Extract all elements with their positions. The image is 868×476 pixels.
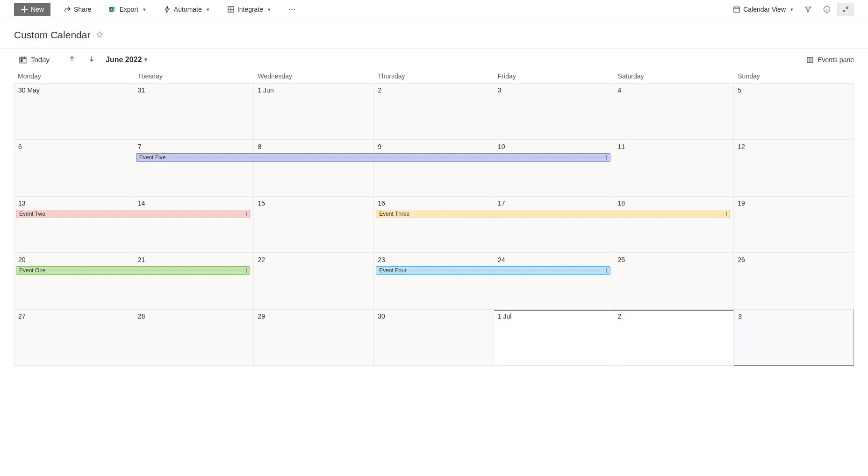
calendar-cell[interactable]: 22 — [254, 253, 374, 309]
event-bar[interactable]: Event Five — [136, 153, 610, 162]
star-icon — [96, 31, 103, 38]
calendar-cell[interactable]: 1 Jun — [254, 84, 374, 140]
events-pane-label: Events pane — [818, 56, 854, 64]
calendar-cell[interactable]: 10 — [494, 140, 614, 196]
calendar-cell[interactable]: 26 — [734, 253, 854, 309]
calendar-cell[interactable]: 2 — [374, 84, 494, 140]
calendar-row: 20212223242526Event OneEvent Four — [14, 253, 854, 309]
info-button[interactable] — [818, 3, 835, 16]
svg-rect-8 — [734, 7, 739, 12]
calendar-cell[interactable]: 4 — [614, 84, 734, 140]
next-month-button[interactable] — [83, 53, 100, 66]
calendar-cell[interactable]: 11 — [614, 140, 734, 196]
event-bar[interactable]: Event Four — [376, 266, 610, 275]
export-button[interactable]: Export ▾ — [104, 3, 150, 16]
calendar-cell[interactable]: 17 — [494, 197, 614, 253]
event-bar[interactable]: Event One — [16, 266, 250, 275]
date-number: 8 — [258, 143, 370, 150]
date-number: 19 — [738, 199, 850, 207]
event-tail — [50, 270, 244, 271]
chevron-down-icon: ▾ — [207, 7, 209, 13]
prev-month-button[interactable] — [64, 53, 80, 66]
calendar-cell[interactable]: 23 — [374, 253, 494, 309]
date-number: 2 — [618, 313, 730, 320]
calendar-cell[interactable]: 2 — [614, 310, 734, 366]
calendar-cell[interactable]: 6 — [14, 140, 134, 196]
date-number: 23 — [378, 256, 490, 263]
date-number: 1 Jul — [498, 313, 610, 320]
calendar-cell[interactable]: 8 — [254, 140, 374, 196]
events-pane-button[interactable]: Events pane — [806, 56, 854, 64]
month-picker[interactable]: June 2022 ▾ — [106, 56, 147, 64]
event-bar[interactable]: Event Two — [16, 210, 250, 218]
date-number: 3 — [498, 86, 610, 94]
calendar-cell[interactable]: 1 Jul — [494, 310, 614, 366]
date-number: 30 — [378, 313, 490, 320]
date-number: 14 — [138, 199, 250, 207]
date-number: 7 — [138, 143, 250, 150]
day-header-wed: Wednesday — [254, 71, 374, 83]
calendar-cell[interactable]: 25 — [614, 253, 734, 309]
day-header-fri: Friday — [494, 71, 614, 83]
calendar-cell[interactable]: 19 — [734, 197, 854, 253]
month-label-text: June 2022 — [106, 56, 142, 64]
integrate-button[interactable]: Integrate ▾ — [222, 3, 275, 16]
svg-rect-2 — [114, 8, 116, 9]
calendar-cell[interactable]: 27 — [14, 310, 134, 366]
calendar-cell[interactable]: 24 — [494, 253, 614, 309]
chevron-down-icon: ▾ — [143, 7, 146, 13]
collapse-button[interactable] — [837, 3, 854, 16]
view-switcher-label: Calendar View — [743, 6, 786, 13]
calendar-cell[interactable]: 3 — [494, 84, 614, 140]
automate-button[interactable]: Automate ▾ — [159, 3, 214, 16]
calendar-cell[interactable]: 31 — [134, 84, 254, 140]
event-title: Event Four — [379, 267, 407, 274]
calendar-cell[interactable]: 14 — [134, 197, 254, 253]
favorite-button[interactable] — [96, 31, 103, 40]
svg-point-6 — [292, 9, 293, 10]
event-bar[interactable]: Event Three — [376, 210, 730, 218]
date-number: 4 — [618, 86, 730, 94]
calendar-cell[interactable]: 16 — [374, 197, 494, 253]
date-number: 3 — [738, 313, 850, 320]
arrow-up-icon — [68, 55, 76, 63]
date-number: 1 Jun — [258, 86, 370, 94]
event-tail — [169, 157, 604, 158]
calendar-row: 30 May311 Jun2345 — [14, 83, 854, 140]
chevron-down-icon: ▾ — [268, 7, 271, 13]
date-number: 6 — [18, 143, 130, 150]
filter-icon — [804, 6, 812, 13]
calendar-cell[interactable]: 5 — [734, 84, 854, 140]
new-button[interactable]: New — [14, 3, 50, 16]
ellipsis-icon — [288, 6, 296, 13]
calendar-cell[interactable]: 12 — [734, 140, 854, 196]
calendar-cell[interactable]: 28 — [134, 310, 254, 366]
page-title: Custom Calendar — [14, 29, 90, 41]
date-number: 20 — [18, 256, 130, 263]
date-number: 30 May — [18, 86, 130, 94]
calendar-cell[interactable]: 30 May — [14, 84, 134, 140]
calendar-cell[interactable]: 20 — [14, 253, 134, 309]
svg-rect-3 — [114, 10, 116, 11]
date-number: 17 — [498, 199, 610, 207]
calendar-cell[interactable]: 13 — [14, 197, 134, 253]
calendar-cell[interactable]: 3 — [734, 310, 854, 366]
today-button-label: Today — [31, 56, 50, 64]
calendar-row: 272829301 Jul23 — [14, 309, 854, 366]
chevron-down-icon: ▾ — [790, 7, 793, 13]
date-number: 28 — [138, 313, 250, 320]
calendar-cell[interactable]: 21 — [134, 253, 254, 309]
calendar-cell[interactable]: 7 — [134, 140, 254, 196]
calendar-cell[interactable]: 29 — [254, 310, 374, 366]
calendar-cell[interactable]: 15 — [254, 197, 374, 253]
calendar-nav: Today June 2022 ▾ Events pane — [0, 49, 868, 71]
filter-button[interactable] — [800, 3, 817, 16]
today-button[interactable]: Today — [16, 54, 52, 66]
calendar-cell[interactable]: 30 — [374, 310, 494, 366]
more-button[interactable] — [284, 3, 301, 16]
calendar-cell[interactable]: 9 — [374, 140, 494, 196]
view-switcher[interactable]: Calendar View ▾ — [728, 3, 798, 16]
event-endcap — [246, 212, 247, 216]
calendar-cell[interactable]: 18 — [614, 197, 734, 253]
share-button[interactable]: Share — [59, 3, 96, 16]
